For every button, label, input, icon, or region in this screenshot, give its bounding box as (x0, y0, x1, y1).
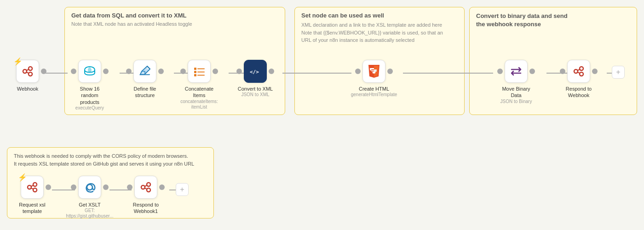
connector-left-movebinary (497, 69, 503, 74)
svg-point-25 (33, 188, 37, 192)
svg-line-21 (578, 69, 580, 70)
node-getxslt-sublabel: GET: https://gist.githubuser... (66, 208, 114, 219)
node-concat-label: Concatenate Items (181, 86, 218, 99)
node-getxslt-label: Get XSLT (79, 201, 100, 208)
svg-point-20 (580, 72, 583, 76)
node-html-sublabel: generateHtmlTemplate (351, 92, 397, 98)
node-html-label: Create HTML (359, 86, 389, 92)
group2-subtitle3: URL of your n8n instance is automaticall… (301, 36, 443, 44)
respond-webhook-icon (571, 64, 586, 79)
svg-point-24 (33, 183, 37, 186)
connector-right-xml (269, 69, 274, 74)
svg-point-0 (23, 69, 27, 73)
node-createhtml[interactable]: Create HTML generateHtmlTemplate (356, 60, 392, 98)
group2-subtitle1: XML declaration and a link to the XSL te… (301, 21, 443, 29)
group2-subtitle2: Note that {{$env.WEBHOOK_URL}} variable … (301, 29, 443, 37)
svg-point-23 (28, 185, 31, 189)
svg-line-4 (27, 72, 29, 73)
node-webhook-label: Webhook (17, 86, 38, 92)
line-webhook-show16 (42, 73, 68, 74)
node-show16-sublabel: executeQuery (75, 105, 104, 111)
node-xml-label: Convert to XML (238, 86, 273, 92)
edit-icon (138, 64, 152, 78)
node-show16-label: Show 16 random products (71, 86, 108, 105)
bolt-icon: ⚡ (13, 57, 23, 66)
connector-left-concat (180, 69, 186, 74)
svg-point-29 (141, 185, 145, 189)
bottom-group-title2: It requests XSL template stored on GitHu… (14, 160, 194, 168)
svg-rect-8 (194, 71, 196, 73)
line-bottom-3 (169, 190, 176, 190)
node-concat-sublabel: concatenateItems: itemList (180, 99, 218, 110)
svg-point-1 (29, 67, 32, 70)
list-icon (192, 64, 206, 78)
svg-text:</>: </> (250, 69, 259, 75)
workflow-canvas: Get data from SQL and convert it to XML … (0, 0, 644, 230)
html5-icon (366, 63, 382, 79)
move-binary-icon (509, 64, 523, 79)
svg-point-19 (580, 67, 583, 70)
node-define-label: Define file structure (126, 86, 163, 99)
connector-right-webhook (41, 69, 46, 74)
plus-icon-top: + (616, 68, 620, 76)
add-button-top[interactable]: + (612, 66, 625, 79)
connector-right-movebinary (529, 69, 535, 74)
bottom-group-title1: This webhook is needed to comply with th… (14, 152, 194, 160)
xml-icon: </> (248, 64, 262, 78)
line-xml-html (282, 73, 351, 74)
connector-left-show16 (71, 69, 76, 74)
svg-rect-9 (194, 74, 196, 76)
svg-point-31 (147, 188, 150, 192)
svg-line-3 (27, 69, 29, 70)
svg-point-2 (29, 72, 32, 76)
group1-subtitle: Note that XML node has an activated Head… (71, 21, 192, 27)
node-respond-label: Respond to Webhook (560, 86, 597, 99)
svg-line-26 (31, 185, 33, 186)
connector-left-html (355, 69, 361, 74)
connector-left-getxslt (71, 184, 76, 190)
bolt-icon-bottom: ⚡ (18, 173, 27, 182)
svg-line-22 (578, 72, 580, 73)
connector-right-respondwh1 (159, 184, 165, 190)
svg-line-33 (145, 188, 147, 189)
connector-right-define (158, 69, 164, 74)
svg-point-30 (147, 183, 150, 186)
connector-right-concat (213, 69, 218, 74)
connector-left-define (126, 69, 132, 74)
group2-title: Set node can be used as well (301, 12, 384, 20)
node-define[interactable]: Define file structure (126, 60, 163, 99)
connector-right-requestxsl (46, 184, 51, 190)
svg-rect-7 (194, 68, 196, 70)
respondwebhook1-icon (138, 180, 153, 195)
node-convertxml[interactable]: </> Convert to XML JSON to XML (237, 60, 274, 98)
node-requestxsl[interactable]: ⚡ Request xsl template (14, 176, 51, 215)
line-html-movebinary (403, 73, 493, 74)
connector-right-show16 (103, 69, 109, 74)
connector-left-respond (560, 69, 565, 74)
svg-line-32 (145, 185, 147, 186)
connector-right-html (387, 69, 393, 74)
node-requestxsl-label: Request xsl template (14, 201, 51, 215)
connector-right-respond (592, 69, 598, 74)
plus-icon-bottom: + (180, 185, 184, 194)
node-movebinary[interactable]: Move Binary Data JSON to Binary (498, 60, 535, 104)
group3-title: Convert to binary data and send the webh… (476, 12, 568, 29)
add-button-bottom[interactable]: + (176, 183, 189, 196)
at-icon (82, 180, 97, 195)
node-show16[interactable]: Show 16 random products executeQuery (71, 60, 108, 111)
connector-left-respondwh1 (127, 184, 132, 190)
node-xml-sublabel: JSON to XML (241, 92, 269, 98)
node-concatenate[interactable]: Concatenate Items concatenateItems: item… (181, 60, 218, 110)
group1-title: Get data from SQL and convert it to XML (71, 12, 186, 20)
webhook-icon (20, 64, 35, 79)
svg-marker-17 (374, 69, 377, 72)
node-movebinary-sublabel: JSON to Binary (500, 99, 532, 104)
node-respondwebhook1[interactable]: Respond to Webhook1 (127, 176, 164, 215)
db-icon (82, 64, 97, 79)
node-respondwh1-label: Respond to Webhook1 (127, 201, 164, 215)
node-webhook[interactable]: ⚡ Webhook (9, 60, 46, 92)
svg-point-18 (574, 69, 578, 73)
node-getxslt[interactable]: Get XSLT GET: https://gist.githubuser... (71, 176, 108, 219)
node-respondwebhook[interactable]: Respond to Webhook (560, 60, 597, 99)
requestxsl-icon (25, 180, 40, 195)
